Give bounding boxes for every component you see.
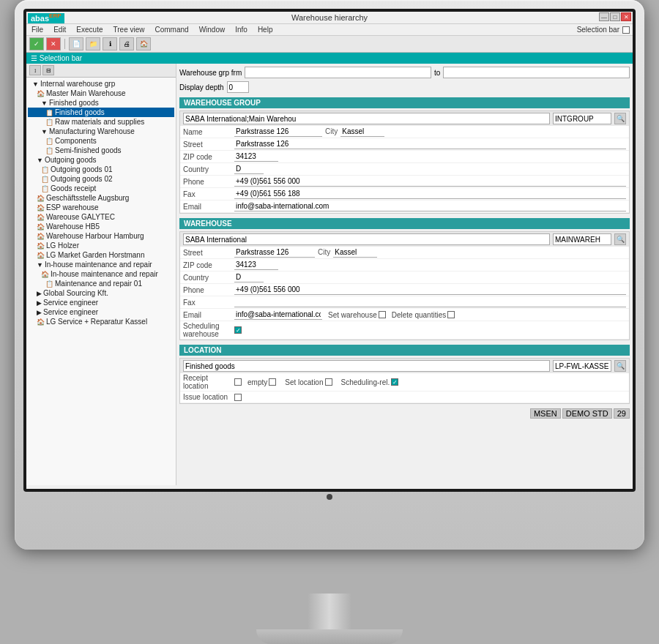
tree-item-og02[interactable]: 📋 Outgoing goods 02 xyxy=(28,174,174,184)
tree-item-finished-grp[interactable]: ▼ Finished goods xyxy=(28,98,174,108)
wh-code-input[interactable] xyxy=(553,233,611,245)
wg-name-input[interactable] xyxy=(183,113,550,124)
tree-item-og01[interactable]: 📋 Outgoing goods 01 xyxy=(28,165,174,174)
tree-item-semi-finished[interactable]: 📋 Semi-finished goods xyxy=(28,146,174,155)
wh-email-row: Email Set warehouse Delete quantities xyxy=(180,309,629,321)
wh-email-field[interactable] xyxy=(234,310,322,320)
wh-fax-field[interactable] xyxy=(234,297,626,307)
expand-icon-mfg: ▼ xyxy=(41,128,48,135)
set-warehouse-checkbox[interactable] xyxy=(379,311,386,318)
tree-item-hamburg[interactable]: 🏠 Warehouse Harbour Hamburg xyxy=(28,231,174,241)
expand-icon-se1: ▶ xyxy=(37,299,42,307)
empty-checkbox[interactable] xyxy=(269,378,276,386)
cancel-icon[interactable]: ✕ xyxy=(46,37,61,50)
tree-item-service-eng1[interactable]: ▶ Service engineer xyxy=(28,298,174,307)
wg-country-field[interactable] xyxy=(234,164,264,174)
home-icon[interactable]: 🏠 xyxy=(136,37,151,50)
tree-item-inhouse[interactable]: ▼ In-house maintenance and repair xyxy=(28,260,174,269)
new-icon[interactable]: 📄 xyxy=(69,37,83,50)
status-num: 29 xyxy=(614,408,630,419)
sidebar-collapse-icon[interactable]: ⊟ xyxy=(42,65,54,75)
menu-execute[interactable]: Execute xyxy=(74,25,105,34)
menu-command[interactable]: Command xyxy=(152,25,190,34)
wh-code-row: 🔍 xyxy=(180,232,629,247)
wh-country-field[interactable] xyxy=(234,272,264,282)
main-toolbar: ✓ ✕ 📄 📁 ℹ 🖨 🏠 xyxy=(26,36,633,53)
close-button[interactable]: ✕ xyxy=(621,12,631,21)
tree-item-horstmann[interactable]: 🏠 LG Market Garden Horstmann xyxy=(28,250,174,260)
print-icon[interactable]: 🖨 xyxy=(119,37,134,50)
loc-name-input[interactable] xyxy=(183,360,550,372)
wg-name-field[interactable] xyxy=(234,127,322,137)
tree-label-glob: Global Sourcing Kft. xyxy=(43,289,108,297)
loc-receipt-row: Receipt location empty Set location Sche… xyxy=(180,373,629,392)
tree-item-internal-wg[interactable]: ▼ Internal warehouse grp xyxy=(28,79,174,89)
home-icon-inh: 🏠 xyxy=(41,271,49,278)
set-location-checkbox[interactable] xyxy=(325,378,332,386)
tree-item-holzer[interactable]: 🏠 LG Holzer xyxy=(28,241,174,250)
wg-city-field[interactable] xyxy=(340,127,384,137)
wh-city-field[interactable] xyxy=(333,247,377,258)
sidebar-expand-icon[interactable]: ↕ xyxy=(29,65,41,75)
wg-fax-field[interactable] xyxy=(234,189,626,199)
selection-bar-label-area: Selection bar xyxy=(577,25,630,34)
menu-info[interactable]: Info xyxy=(233,25,250,34)
warehouse-grp-to-input[interactable] xyxy=(443,67,630,78)
warehouse-grp-frm-input[interactable] xyxy=(245,67,431,78)
wh-zip-field[interactable] xyxy=(234,260,278,270)
wh-search-button[interactable]: 🔍 xyxy=(614,233,626,245)
wh-phone-field[interactable] xyxy=(234,285,626,295)
tree-label-hor: LG Market Garden Horstmann xyxy=(46,251,145,259)
tree-item-outgoing[interactable]: ▼ Outgoing goods xyxy=(28,155,174,165)
tree-label-ham: Warehouse Harbour Hamburg xyxy=(46,232,144,240)
wg-email-field[interactable] xyxy=(234,201,626,211)
tree-item-lg-service[interactable]: 🏠 LG Service + Reparatur Kassel xyxy=(28,317,174,326)
delete-quantities-checkbox[interactable] xyxy=(447,311,455,318)
tree-item-augsburg[interactable]: 🏠 Geschäftsstelle Augsburg xyxy=(28,193,174,203)
menu-edit[interactable]: Edit xyxy=(51,25,68,34)
tree-item-service-eng2[interactable]: ▶ Service engineer xyxy=(28,307,174,317)
save-icon[interactable]: ✓ xyxy=(29,37,44,50)
wg-phone-field[interactable] xyxy=(234,176,626,187)
menu-window[interactable]: Window xyxy=(197,25,228,34)
scheduling-warehouse-checkbox[interactable] xyxy=(234,326,242,334)
tree-item-esp[interactable]: 🏠 ESP warehouse xyxy=(28,203,174,212)
wg-code-input[interactable] xyxy=(553,113,611,124)
wh-street-field[interactable] xyxy=(234,247,315,258)
home-icon-hb5: 🏠 xyxy=(37,223,45,231)
tree-item-maint01[interactable]: 📋 Maintenance and repair 01 xyxy=(28,279,174,288)
tree-item-master-main[interactable]: 🏠 Master Main Warehouse xyxy=(28,89,174,98)
tree-item-raw-materials[interactable]: 📋 Raw materials and supplies xyxy=(28,117,174,127)
expand-icon-inh: ▼ xyxy=(37,261,43,269)
wg-street-field[interactable] xyxy=(234,139,626,149)
search-row: Warehouse grp frm to xyxy=(179,67,630,78)
tree-item-galytec[interactable]: 🏠 Wareouse GALYTEC xyxy=(28,212,174,222)
menu-help[interactable]: Help xyxy=(256,25,275,34)
menu-file[interactable]: File xyxy=(29,25,45,34)
loc-code-input[interactable] xyxy=(553,360,611,372)
display-depth-input[interactable] xyxy=(227,81,249,93)
issue-location-checkbox[interactable] xyxy=(234,394,242,401)
info-icon[interactable]: ℹ xyxy=(103,37,117,50)
tree-item-mfg-wh[interactable]: ▼ Manufacturing Warehouse xyxy=(28,127,174,136)
tree-item-finished-goods[interactable]: 📋 Finished goods xyxy=(28,108,174,117)
display-depth-row: Display depth xyxy=(179,81,630,93)
wg-search-button[interactable]: 🔍 xyxy=(614,113,626,124)
maximize-button[interactable]: □ xyxy=(610,12,620,21)
wg-zip-field[interactable] xyxy=(234,151,278,162)
wg-country-row: Country xyxy=(180,163,629,176)
receipt-location-checkbox[interactable] xyxy=(234,378,242,386)
tree-item-hb5[interactable]: 🏠 Warehouse HB5 xyxy=(28,222,174,231)
tree-item-goods-receipt[interactable]: 📋 Goods receipt xyxy=(28,184,174,193)
menu-treeview[interactable]: Tree view xyxy=(111,25,147,34)
loc-search-button[interactable]: 🔍 xyxy=(614,360,626,372)
tree-item-global[interactable]: ▶ Global Sourcing Kft. xyxy=(28,288,174,298)
tree-item-components[interactable]: 📋 Components xyxy=(28,136,174,146)
selection-bar-checkbox[interactable] xyxy=(622,26,630,34)
minimize-button[interactable]: — xyxy=(599,12,609,21)
open-icon[interactable]: 📁 xyxy=(86,37,100,50)
wh-name-input[interactable] xyxy=(183,233,550,245)
tree-item-inhouse-wh[interactable]: 🏠 In-house maintenance and repair xyxy=(28,269,174,279)
wg-street-row: Street xyxy=(180,138,629,151)
scheduling-rel-checkbox[interactable] xyxy=(391,378,398,386)
